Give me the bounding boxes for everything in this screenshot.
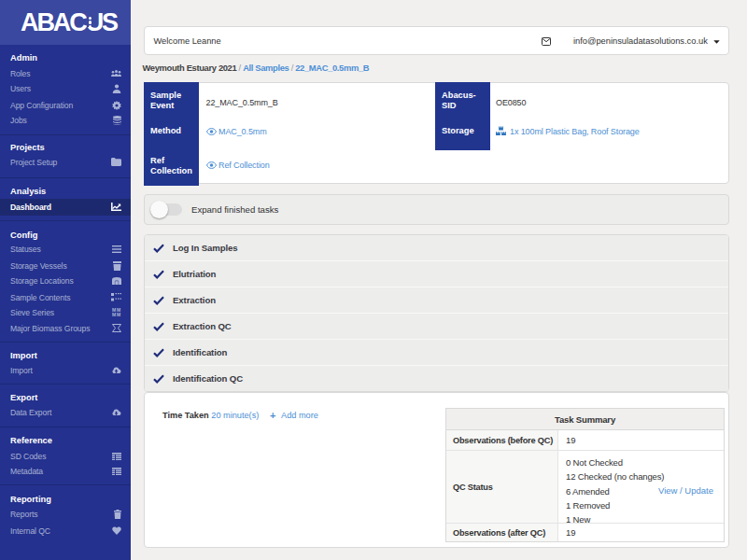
svg-text:M: M [117, 312, 120, 316]
svg-text:M: M [112, 312, 116, 316]
